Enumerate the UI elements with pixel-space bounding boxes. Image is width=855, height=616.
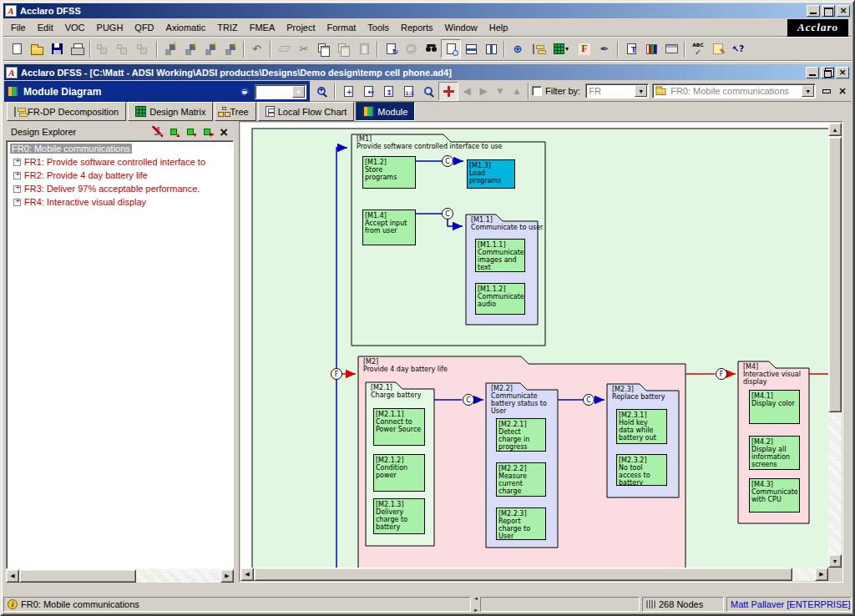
- zoom-in-button[interactable]: +: [311, 82, 331, 101]
- explorer-close-button[interactable]: ×: [215, 124, 232, 139]
- menu-item[interactable]: VOC: [59, 20, 91, 35]
- navigate-left-icon[interactable]: ◀: [458, 85, 475, 97]
- annotations-button[interactable]: ✎: [708, 39, 728, 58]
- insert-below-button[interactable]: ↓: [180, 39, 200, 58]
- tab-module[interactable]: Module: [356, 102, 415, 121]
- color-options-button[interactable]: [641, 39, 661, 58]
- minimize-button[interactable]: [807, 5, 820, 17]
- scroll-up-icon[interactable]: ▲: [828, 123, 842, 136]
- filter-by-checkbox[interactable]: [532, 86, 542, 96]
- open-button[interactable]: [27, 39, 47, 58]
- tree-levels-button[interactable]: [528, 39, 548, 58]
- module-box-m1-3-selected[interactable]: [M1.3]Load programs: [467, 159, 515, 189]
- menu-item[interactable]: Edit: [32, 20, 59, 35]
- menu-item[interactable]: Window: [439, 20, 483, 35]
- add-fr-node-button[interactable]: [114, 39, 134, 58]
- collapse-branch-button[interactable]: ▶: [199, 124, 215, 139]
- expand-plus-icon[interactable]: [13, 159, 21, 166]
- fmea-button[interactable]: F: [574, 39, 594, 58]
- flow-pen-button[interactable]: ✒: [594, 39, 615, 58]
- magnify-tool-button[interactable]: [418, 82, 438, 101]
- design-matrix-button[interactable]: ▾: [548, 39, 574, 58]
- promote-node-button[interactable]: ↑: [200, 39, 220, 58]
- module-box-m1-4[interactable]: [M1.4]Accept input from user: [362, 210, 416, 245]
- scroll-down-icon[interactable]: ▼: [828, 554, 842, 568]
- menu-item[interactable]: Help: [483, 20, 514, 35]
- hscroll-thumb[interactable]: [254, 568, 792, 581]
- expand-level-button[interactable]: ▲: [165, 124, 182, 139]
- pane-close-button[interactable]: ×: [836, 85, 849, 98]
- expand-plus-icon[interactable]: [13, 172, 21, 179]
- explorer-hscrollbar[interactable]: ◀ ▶: [6, 569, 234, 583]
- tree-item-fr[interactable]: FR2: Provide 4 day battery life: [8, 169, 231, 182]
- filter-field-combo[interactable]: FR ▼: [585, 83, 649, 98]
- module-box-m2-3-1[interactable]: [M2.3.1]Hold key data while battery out: [616, 409, 667, 444]
- tree-item-fr[interactable]: FR1: Provide software controlled interfa…: [8, 155, 231, 169]
- module-box-m2-1-1[interactable]: [M2.1.1]Connect to Power Source: [373, 408, 425, 446]
- tab-local-flow-chart[interactable]: Local Flow Chart: [258, 102, 355, 121]
- spell-check-button[interactable]: ABC: [688, 39, 708, 58]
- link-node-button[interactable]: [134, 39, 154, 58]
- module-box-m4-3[interactable]: [M4.3]Communicate with CPU: [749, 478, 800, 512]
- actual-size-button[interactable]: 1:1: [398, 82, 418, 101]
- menu-item[interactable]: QFD: [129, 20, 159, 35]
- module-box-m2-2-3[interactable]: [M2.2.3]Report charge to User: [496, 507, 546, 540]
- scroll-right-icon[interactable]: ▶: [815, 568, 828, 581]
- diagram-hscrollbar[interactable]: ◀ ▶: [240, 568, 828, 581]
- properties-button[interactable]: [661, 39, 681, 58]
- menu-item[interactable]: File: [5, 20, 32, 35]
- demote-node-button[interactable]: ↓: [220, 39, 240, 58]
- close-button[interactable]: ×: [837, 5, 850, 17]
- mdi-restore-button[interactable]: [821, 67, 834, 78]
- menu-item[interactable]: Format: [321, 20, 362, 35]
- module-box-m2-2-2[interactable]: [M2.2.2]Measure current charge: [496, 462, 546, 497]
- navigate-right-icon[interactable]: ▶: [475, 85, 492, 97]
- scroll-left-icon[interactable]: ◀: [240, 568, 254, 581]
- split-vertical-button[interactable]: [481, 39, 501, 58]
- menu-item[interactable]: Reports: [395, 20, 439, 35]
- print-preview-button[interactable]: [441, 39, 461, 58]
- status-splitter[interactable]: [473, 598, 478, 611]
- zoom-out-button[interactable]: −: [235, 82, 255, 101]
- navigate-up-icon[interactable]: ▲: [508, 85, 525, 97]
- unpin-panel-button[interactable]: [149, 124, 165, 139]
- undo-button[interactable]: ↶: [247, 39, 267, 58]
- fit-to-window-button[interactable]: [438, 82, 458, 101]
- module-box-m1-1-1[interactable]: [M1.1.1]Communicate images and text: [475, 239, 525, 272]
- filter-scope-arrow-icon[interactable]: ▼: [802, 85, 814, 97]
- maximize-button[interactable]: [822, 5, 835, 17]
- vscroll-thumb[interactable]: [828, 137, 842, 412]
- navigate-down-icon[interactable]: ▼: [492, 85, 508, 97]
- filter-scope-combo[interactable]: FR0: Mobile communications ▼: [652, 83, 816, 98]
- tree-item-fr[interactable]: FR4: Interactive visual display: [8, 195, 231, 209]
- fit-height-button[interactable]: ↕: [378, 82, 398, 101]
- expand-plus-icon[interactable]: [13, 199, 21, 206]
- pane-minimize-button[interactable]: [820, 85, 833, 98]
- text-format-button[interactable]: T: [621, 39, 641, 58]
- fit-width-button[interactable]: ↔: [358, 82, 378, 101]
- tab-design-matrix[interactable]: Design Matrix: [128, 102, 213, 121]
- copy-branch-button[interactable]: [334, 39, 354, 58]
- save-button[interactable]: [47, 39, 67, 58]
- new-document-button[interactable]: [7, 39, 27, 58]
- menu-item[interactable]: Axiomatic: [160, 20, 212, 35]
- zoom-combo-arrow-icon[interactable]: ▼: [292, 86, 305, 98]
- module-diagram-viewport[interactable]: C C C C F F [M1]: [240, 123, 828, 568]
- tree-item-fr[interactable]: FR3: Deliver 97% acceptable performance.: [8, 182, 231, 195]
- copy-button[interactable]: [314, 39, 334, 58]
- module-box-m2-1-2[interactable]: [M2.1.2]Condition power: [373, 454, 425, 492]
- module-box-m2-1-3[interactable]: [M2.1.3]Delivery charge to battery: [373, 498, 425, 534]
- erase-button[interactable]: [274, 39, 294, 58]
- module-box-m1-1-2[interactable]: [M1.1.2]Communicate audio: [475, 283, 525, 315]
- mdi-close-button[interactable]: ×: [836, 67, 849, 78]
- expand-plus-icon[interactable]: [13, 185, 21, 193]
- find-button[interactable]: [421, 39, 441, 58]
- filter-field-arrow-icon[interactable]: ▼: [635, 85, 647, 97]
- module-box-m1-2[interactable]: [M1.2]Store programs: [362, 156, 416, 189]
- mdi-minimize-button[interactable]: [806, 67, 819, 78]
- add-dp-node-button[interactable]: [94, 39, 114, 58]
- tree-item-fr0[interactable]: FR0: Mobile communications: [10, 144, 132, 154]
- module-box-m4-2[interactable]: [M4.2]Display all information screens: [749, 436, 800, 470]
- menu-item[interactable]: TRIZ: [211, 20, 243, 35]
- menu-item[interactable]: FMEA: [244, 20, 281, 35]
